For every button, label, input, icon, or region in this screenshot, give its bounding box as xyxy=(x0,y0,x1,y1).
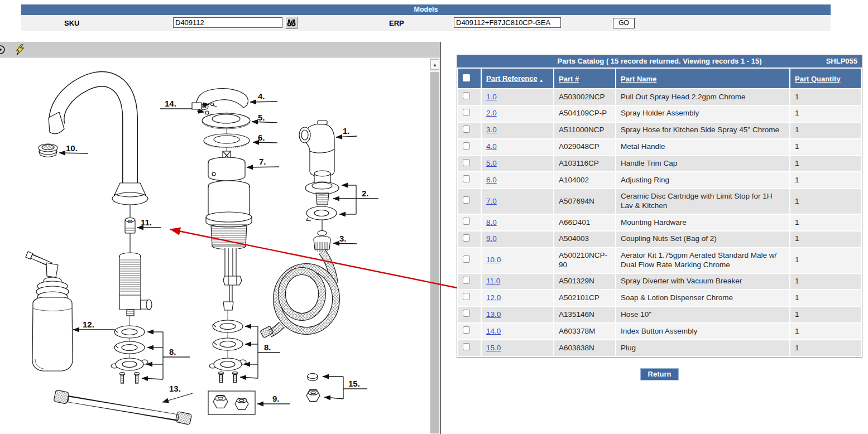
row-select-checkbox[interactable] xyxy=(463,109,470,116)
row-select-cell xyxy=(458,274,481,290)
scroll-up-icon[interactable]: ▲ xyxy=(430,59,439,70)
part-reference-cell: 7.0 xyxy=(482,189,553,214)
part-reference-link[interactable]: 14.0 xyxy=(486,327,501,335)
part-reference-link[interactable]: 10.0 xyxy=(486,255,501,264)
part-reference-link[interactable]: 7.0 xyxy=(486,197,497,205)
part-name-cell: Soap & Lotion Dispenser Chrome xyxy=(616,290,789,306)
row-select-checkbox[interactable] xyxy=(463,142,470,150)
callout-13: 13. xyxy=(162,384,193,402)
row-select-cell xyxy=(458,307,481,322)
row-select-cell xyxy=(458,189,481,214)
parts-catalog-table: Parts Catalog ( 15 records returned. Vie… xyxy=(457,55,862,358)
sku-search-button[interactable] xyxy=(285,17,298,29)
row-select-cell xyxy=(458,139,481,155)
faucet-body-part xyxy=(206,181,252,310)
part-reference-cell: 8.0 xyxy=(482,215,553,230)
row-select-checkbox[interactable] xyxy=(463,196,470,204)
return-button[interactable]: Return xyxy=(640,368,679,380)
row-select-cell xyxy=(458,290,481,306)
part-quantity-cell: 1 xyxy=(790,123,861,138)
part-number-cell: A66D401 xyxy=(554,215,615,230)
coupling-nuts-part xyxy=(208,391,255,414)
table-row: 8.0A66D401Mounting Hardware1 xyxy=(458,215,861,230)
part-name-cell: Hose 10" xyxy=(616,307,789,322)
row-select-checkbox[interactable] xyxy=(463,343,470,350)
part-reference-cell: 2.0 xyxy=(482,106,553,122)
part-quantity-cell: 1 xyxy=(790,172,861,188)
part-name-cell: Spray Diverter with Vacuum Breaker xyxy=(616,274,789,290)
row-select-checkbox[interactable] xyxy=(463,255,470,263)
part-name-sort-link[interactable]: Part Name xyxy=(621,75,656,83)
binoculars-icon xyxy=(287,18,296,27)
diagram-toolbar xyxy=(0,42,440,57)
diagram-scrollbar[interactable]: ▲ xyxy=(430,58,440,434)
part-reference-link[interactable]: 1.0 xyxy=(486,93,497,101)
row-select-checkbox[interactable] xyxy=(463,175,470,182)
row-select-checkbox[interactable] xyxy=(463,293,470,300)
part-number-cell: A500210NCP-90 xyxy=(554,248,615,273)
part-reference-link[interactable]: 13.0 xyxy=(486,310,501,319)
part-quantity-cell: 1 xyxy=(790,248,861,273)
part-reference-link[interactable]: 6.0 xyxy=(486,176,497,184)
callout-9: 9. xyxy=(257,394,290,404)
part-quantity-cell: 1 xyxy=(790,290,861,306)
callout-label-6: 6. xyxy=(258,133,265,142)
parts-table-body: 1.0A503002NCPPull Out Spray Head 2.2gpm … xyxy=(458,89,861,356)
part-quantity-cell: 1 xyxy=(790,232,861,247)
adjusting-ring-part xyxy=(204,134,250,148)
select-all-checkbox[interactable] xyxy=(463,74,470,81)
part-reference-sort-link[interactable]: Part Reference xyxy=(486,74,538,83)
table-row: 7.0A507694NCeramic Disc Cartridge with L… xyxy=(458,189,861,214)
part-reference-link[interactable]: 5.0 xyxy=(486,159,497,167)
part-reference-link[interactable]: 9.0 xyxy=(486,234,497,243)
spray-holder-part xyxy=(305,171,339,221)
cartridge-part xyxy=(208,151,245,181)
part-reference-link[interactable]: 3.0 xyxy=(486,126,497,134)
part-reference-link[interactable]: 11.0 xyxy=(486,277,500,285)
catalog-title-bar: Parts Catalog ( 15 records returned. Vie… xyxy=(457,55,862,67)
table-row: 14.0A603378MIndex Button Assembly1 xyxy=(458,324,861,339)
part-reference-link[interactable]: 15.0 xyxy=(486,344,501,352)
row-select-checkbox[interactable] xyxy=(463,326,470,334)
part-reference-link[interactable]: 12.0 xyxy=(486,293,501,302)
plug-part xyxy=(306,374,320,402)
part-reference-link[interactable]: 8.0 xyxy=(486,218,497,226)
callout-label-11: 11. xyxy=(141,218,152,227)
row-select-checkbox[interactable] xyxy=(463,126,470,133)
table-row: 5.0A103116CPHandle Trim Cap1 xyxy=(458,156,861,172)
target-icon[interactable] xyxy=(0,44,6,57)
part-reference-cell: 4.0 xyxy=(482,139,553,155)
handle-part xyxy=(196,89,248,110)
part-reference-link[interactable]: 4.0 xyxy=(486,142,497,151)
row-select-checkbox[interactable] xyxy=(463,218,470,225)
row-select-checkbox[interactable] xyxy=(463,159,470,166)
table-row: 13.0A135146NHose 10"1 xyxy=(458,307,861,322)
part-number-cell: A503002NCP xyxy=(554,89,615,105)
callout-label-14: 14. xyxy=(165,99,176,108)
row-select-checkbox[interactable] xyxy=(463,234,470,242)
part-name-cell: Handle Trim Cap xyxy=(616,156,789,172)
row-select-checkbox[interactable] xyxy=(463,310,470,317)
part-number-cell: A603378M xyxy=(554,324,615,339)
row-select-checkbox[interactable] xyxy=(463,92,470,99)
part-name-cell: Aerator Kit 1.75gpm Aerated Standard Mal… xyxy=(616,248,789,273)
erp-input[interactable] xyxy=(454,17,561,28)
column-header-part-reference: Part Reference▲ xyxy=(482,69,553,88)
part-reference-link[interactable]: 2.0 xyxy=(486,109,497,117)
part-number-cell: A603838N xyxy=(554,340,615,356)
part-quantity-sort-link[interactable]: Part Quantity xyxy=(795,75,841,83)
lightning-bolt-icon[interactable] xyxy=(15,44,26,58)
part-reference-cell: 13.0 xyxy=(482,307,553,322)
callout-label-15: 15. xyxy=(348,379,360,388)
go-button[interactable]: GO xyxy=(613,18,635,28)
part-number-sort-link[interactable]: Part # xyxy=(559,75,579,83)
hose-connector-part xyxy=(314,231,330,253)
row-select-checkbox[interactable] xyxy=(463,277,470,284)
callout-5: 5. xyxy=(252,113,277,123)
model-search-form: SKU ERP GO xyxy=(21,15,831,31)
catalog-title: Parts Catalog ( 15 records returned. Vie… xyxy=(557,57,761,65)
callout-label-3: 3. xyxy=(339,234,347,243)
row-select-cell xyxy=(458,215,481,230)
scrollbar-thumb[interactable] xyxy=(430,72,439,433)
sku-input[interactable] xyxy=(173,17,282,28)
